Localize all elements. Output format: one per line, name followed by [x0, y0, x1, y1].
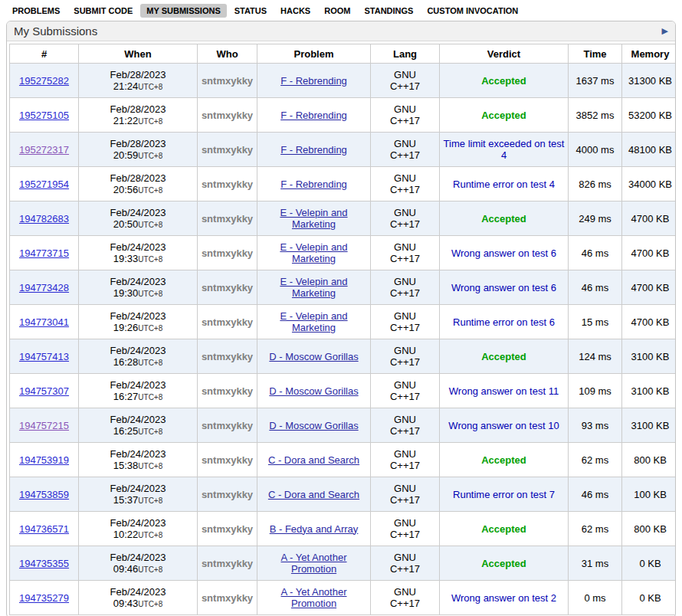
- user-link[interactable]: sntmxykky: [202, 179, 253, 190]
- user-link[interactable]: sntmxykky: [202, 75, 253, 87]
- problem-link[interactable]: D - Moscow Gorillas: [269, 385, 358, 397]
- problem-link[interactable]: E - Velepin and Marketing: [280, 241, 347, 264]
- user-link[interactable]: sntmxykky: [202, 144, 253, 156]
- nav-item[interactable]: HACKS: [274, 4, 316, 18]
- user-link[interactable]: sntmxykky: [202, 592, 253, 604]
- verdict-text[interactable]: Runtime error on test 6: [453, 316, 555, 328]
- user-link[interactable]: sntmxykky: [202, 420, 253, 431]
- user-link[interactable]: sntmxykky: [202, 110, 253, 121]
- problem-link[interactable]: E - Velepin and Marketing: [280, 310, 347, 333]
- submission-id-link[interactable]: 194757413: [19, 351, 69, 362]
- problem-link[interactable]: D - Moscow Gorillas: [269, 420, 358, 431]
- timezone-label: UTC+8: [138, 255, 162, 264]
- nav-item[interactable]: STANDINGS: [358, 4, 419, 18]
- submission-id-link[interactable]: 194757307: [19, 385, 69, 397]
- user-link[interactable]: sntmxykky: [202, 385, 253, 397]
- submission-id-link[interactable]: 194773428: [19, 282, 69, 293]
- submission-problem-cell: F - Rebrending: [257, 133, 371, 167]
- problem-link[interactable]: F - Rebrending: [280, 144, 347, 156]
- problem-link[interactable]: A - Yet Another Promotion: [280, 586, 346, 609]
- submission-memory: 4700 KB: [622, 236, 677, 270]
- user-link[interactable]: sntmxykky: [202, 558, 253, 569]
- user-link[interactable]: sntmxykky: [202, 351, 253, 362]
- submission-date: Feb/24/2023: [82, 414, 194, 425]
- submission-id-link[interactable]: 194753859: [19, 489, 69, 500]
- submission-id-link[interactable]: 194773715: [19, 247, 69, 259]
- verdict-text[interactable]: Accepted: [481, 213, 526, 224]
- submission-id-link[interactable]: 195272317: [19, 144, 69, 156]
- problem-link[interactable]: E - Velepin and Marketing: [280, 276, 347, 299]
- submission-lang: GNU C++17: [371, 305, 440, 339]
- submission-when: Feb/24/2023 19:33UTC+8: [79, 236, 198, 270]
- user-link[interactable]: sntmxykky: [202, 523, 253, 535]
- user-link[interactable]: sntmxykky: [202, 247, 253, 259]
- timezone-label: UTC+8: [138, 496, 162, 505]
- problem-link[interactable]: A - Yet Another Promotion: [280, 552, 346, 575]
- submission-verdict-cell: Accepted: [440, 339, 569, 374]
- collapse-arrow-icon[interactable]: ▶: [662, 27, 668, 35]
- submission-clock-time: 09:43: [113, 598, 139, 609]
- verdict-text[interactable]: Wrong answer on test 10: [448, 420, 559, 431]
- submission-time: 109 ms: [569, 374, 622, 408]
- table-row: 194735355 Feb/24/2023 09:46UTC+8 sntmxyk…: [10, 546, 677, 581]
- verdict-text[interactable]: Time limit exceeded on test 4: [444, 138, 565, 161]
- verdict-text[interactable]: Accepted: [481, 558, 526, 569]
- submission-verdict-cell: Accepted: [440, 546, 569, 581]
- submission-id-link[interactable]: 195275282: [19, 75, 69, 87]
- nav-item[interactable]: MY SUBMISSIONS: [140, 4, 226, 18]
- problem-link[interactable]: C - Dora and Search: [268, 489, 359, 500]
- user-link[interactable]: sntmxykky: [202, 213, 253, 224]
- submission-id-link[interactable]: 194753919: [19, 454, 69, 466]
- submission-id-link[interactable]: 194735279: [19, 592, 69, 604]
- submission-problem-cell: F - Rebrending: [257, 64, 371, 98]
- submission-verdict-cell: Accepted: [440, 64, 569, 98]
- user-link[interactable]: sntmxykky: [202, 454, 253, 466]
- problem-link[interactable]: F - Rebrending: [280, 179, 347, 190]
- submission-id-link[interactable]: 194773041: [19, 316, 69, 328]
- nav-item[interactable]: SUBMIT CODE: [67, 4, 139, 18]
- submission-id-link[interactable]: 195271954: [19, 179, 69, 190]
- verdict-text[interactable]: Accepted: [481, 454, 526, 466]
- submission-time: 46 ms: [569, 270, 622, 305]
- verdict-text[interactable]: Accepted: [481, 75, 526, 87]
- problem-link[interactable]: D - Moscow Gorillas: [269, 351, 358, 362]
- submission-problem-cell: E - Velepin and Marketing: [257, 202, 371, 236]
- submission-id-link[interactable]: 194757215: [19, 420, 69, 431]
- verdict-text[interactable]: Wrong answer on test 2: [451, 592, 556, 604]
- submission-id-link[interactable]: 194735355: [19, 558, 69, 569]
- problem-link[interactable]: F - Rebrending: [280, 75, 347, 87]
- submission-who-cell: sntmxykky: [198, 546, 257, 581]
- verdict-text[interactable]: Accepted: [481, 351, 526, 362]
- user-link[interactable]: sntmxykky: [202, 282, 253, 293]
- lang-label: GNU C++17: [387, 310, 424, 333]
- verdict-text[interactable]: Runtime error on test 4: [453, 179, 555, 190]
- verdict-text[interactable]: Wrong answer on test 11: [449, 385, 559, 397]
- submission-id-link[interactable]: 195275105: [19, 110, 69, 121]
- verdict-text[interactable]: Wrong answer on test 6: [451, 282, 556, 293]
- submission-when: Feb/24/2023 19:26UTC+8: [79, 305, 198, 339]
- submission-when: Feb/28/2023 20:56UTC+8: [79, 167, 198, 202]
- lang-label: GNU C++17: [387, 414, 424, 437]
- submission-memory: 53200 KB: [622, 98, 677, 133]
- user-link[interactable]: sntmxykky: [202, 489, 253, 500]
- verdict-text[interactable]: Accepted: [481, 110, 526, 121]
- submission-id-link[interactable]: 194736571: [19, 523, 69, 535]
- nav-item[interactable]: PROBLEMS: [6, 4, 66, 18]
- submission-verdict-cell: Time limit exceeded on test 4: [440, 133, 569, 167]
- nav-item[interactable]: CUSTOM INVOCATION: [421, 4, 524, 18]
- submission-id-link[interactable]: 194782683: [19, 213, 69, 224]
- nav-item[interactable]: STATUS: [228, 4, 273, 18]
- verdict-text[interactable]: Runtime error on test 7: [453, 489, 555, 500]
- submission-id-cell: 194753859: [10, 477, 79, 512]
- problem-link[interactable]: C - Dora and Search: [268, 454, 359, 466]
- verdict-text[interactable]: Wrong answer on test 6: [451, 247, 556, 259]
- problem-link[interactable]: B - Fedya and Array: [270, 523, 359, 535]
- problem-link[interactable]: E - Velepin and Marketing: [280, 207, 347, 230]
- verdict-text[interactable]: Accepted: [481, 523, 526, 535]
- problem-link[interactable]: F - Rebrending: [280, 110, 347, 121]
- user-link[interactable]: sntmxykky: [202, 316, 253, 328]
- nav-item[interactable]: ROOM: [318, 4, 356, 18]
- submission-id-cell: 195272317: [10, 133, 79, 167]
- submission-who-cell: sntmxykky: [198, 98, 257, 133]
- submission-clock-time: 15:38: [113, 460, 139, 471]
